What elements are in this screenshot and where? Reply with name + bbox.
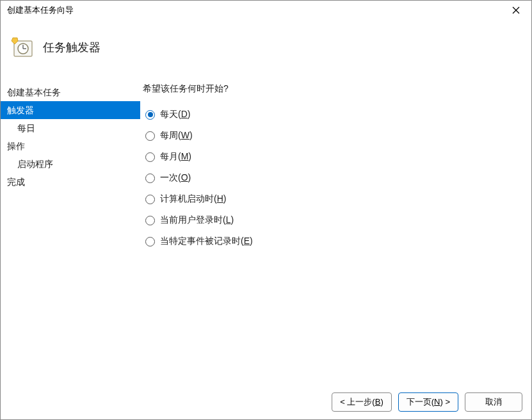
radio-label: 每月(M) <box>160 151 191 163</box>
sidebar-step-4[interactable]: 启动程序 <box>1 155 140 173</box>
wizard-steps-sidebar: 创建基本任务触发器每日操作启动程序完成 <box>1 74 140 384</box>
wizard-header: 任务触发器 <box>1 20 531 74</box>
close-icon <box>512 6 520 14</box>
content-area: 创建基本任务触发器每日操作启动程序完成 希望该任务何时开始? 每天(D)每周(W… <box>1 74 531 384</box>
back-button-prefix: < 上一步( <box>340 396 375 408</box>
radio-indicator <box>145 152 155 162</box>
radio-label: 当前用户登录时(L) <box>160 214 234 226</box>
radio-label: 一次(O) <box>160 172 191 184</box>
sidebar-step-1[interactable]: 触发器 <box>1 101 140 119</box>
sidebar-step-3[interactable]: 操作 <box>1 137 140 155</box>
back-button-suffix: ) <box>380 397 383 407</box>
trigger-option-m[interactable]: 每月(M) <box>145 151 531 163</box>
trigger-option-w[interactable]: 每周(W) <box>145 130 531 141</box>
wizard-footer: < 上一步(B) 下一页(N) > 取消 <box>1 384 531 419</box>
radio-label: 计算机启动时(H) <box>160 193 226 205</box>
trigger-option-o[interactable]: 一次(O) <box>145 172 531 184</box>
trigger-option-l[interactable]: 当前用户登录时(L) <box>145 214 531 226</box>
sidebar-step-5[interactable]: 完成 <box>1 173 140 191</box>
trigger-radio-group: 每天(D)每周(W)每月(M)一次(O)计算机启动时(H)当前用户登录时(L)当… <box>143 109 531 247</box>
radio-indicator <box>145 174 155 183</box>
trigger-option-e[interactable]: 当特定事件被记录时(E) <box>145 236 531 247</box>
next-button-key: N <box>434 397 440 407</box>
window-title: 创建基本任务向导 <box>7 4 506 16</box>
prompt-text: 希望该任务何时开始? <box>143 83 531 95</box>
cancel-button-label: 取消 <box>485 396 502 408</box>
radio-label: 每天(D) <box>160 109 190 120</box>
back-button[interactable]: < 上一步(B) <box>332 392 392 412</box>
back-button-key: B <box>375 397 381 407</box>
task-scheduler-icon <box>11 36 34 59</box>
sidebar-step-2[interactable]: 每日 <box>1 119 140 137</box>
next-button-prefix: 下一页( <box>407 396 434 408</box>
trigger-option-h[interactable]: 计算机启动时(H) <box>145 193 531 205</box>
trigger-panel: 希望该任务何时开始? 每天(D)每周(W)每月(M)一次(O)计算机启动时(H)… <box>140 74 531 384</box>
next-button[interactable]: 下一页(N) > <box>398 392 458 412</box>
cancel-button[interactable]: 取消 <box>465 392 522 412</box>
page-title: 任务触发器 <box>43 40 101 55</box>
sidebar-step-0[interactable]: 创建基本任务 <box>1 83 140 101</box>
radio-indicator <box>145 195 155 204</box>
radio-indicator <box>145 110 155 120</box>
radio-indicator <box>145 237 155 246</box>
trigger-option-d[interactable]: 每天(D) <box>145 109 531 120</box>
radio-indicator <box>145 131 155 141</box>
radio-indicator <box>145 216 155 225</box>
radio-label: 当特定事件被记录时(E) <box>160 236 253 247</box>
radio-label: 每周(W) <box>160 130 193 141</box>
next-button-suffix: ) > <box>440 397 450 407</box>
title-bar: 创建基本任务向导 <box>1 1 531 20</box>
close-button[interactable] <box>506 3 526 18</box>
